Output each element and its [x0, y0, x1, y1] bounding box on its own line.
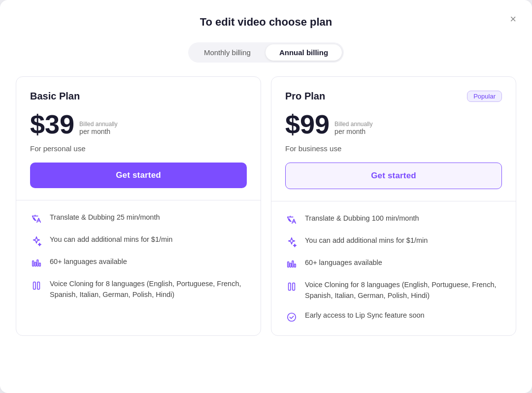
plans-container: Basic Plan $39 Billed annually per month… — [12, 76, 520, 336]
svg-rect-3 — [39, 263, 41, 266]
svg-point-12 — [288, 313, 296, 321]
pro-price-row: $99 Billed annually per month — [285, 111, 502, 137]
check-circle-icon — [285, 311, 298, 324]
close-button[interactable]: × — [508, 12, 518, 27]
annual-billing-tab[interactable]: Annual billing — [266, 44, 342, 61]
pro-plan-card: Pro Plan Popular $99 Billed annually per… — [271, 76, 516, 336]
pro-feature-sparkle-text: You can add additional mins for $1/min — [305, 235, 428, 246]
pro-plan-name: Pro Plan — [285, 91, 325, 102]
basic-feature-voice-clone-text: Voice Cloning for 8 languages (English, … — [50, 279, 247, 300]
basic-plan-features: Translate & Dubbing 25 min/month You can… — [16, 200, 261, 312]
svg-rect-7 — [290, 263, 291, 267]
basic-feature-languages-text: 60+ languages available — [50, 257, 127, 267]
pro-translate-icon — [285, 214, 298, 227]
billing-toggle-inner: Monthly billing Annual billing — [188, 42, 344, 63]
pro-feature-voice-clone-text: Voice Cloning for 8 languages (English, … — [305, 280, 502, 301]
basic-billed-label: Billed annually — [79, 121, 117, 128]
basic-feature-translate-text: Translate & Dubbing 25 min/month — [50, 212, 160, 223]
pro-feature-sparkle: You can add additional mins for $1/min — [285, 235, 502, 249]
svg-rect-8 — [292, 261, 294, 267]
popular-badge: Popular — [467, 91, 502, 102]
voice-clone-icon — [30, 279, 43, 292]
pro-price: $99 — [285, 111, 330, 137]
basic-price: $39 — [30, 111, 74, 137]
basic-plan-name: Basic Plan — [30, 91, 80, 102]
svg-rect-1 — [34, 262, 36, 266]
svg-rect-4 — [33, 282, 36, 290]
basic-plan-name-row: Basic Plan — [30, 91, 247, 102]
translate-icon — [30, 213, 43, 226]
svg-rect-9 — [295, 264, 296, 267]
modal-title: To edit video choose plan — [200, 16, 332, 28]
basic-per-month: per month — [79, 128, 117, 135]
svg-rect-6 — [288, 262, 289, 267]
pro-voice-clone-icon — [285, 280, 298, 293]
pro-sparkle-icon — [285, 236, 298, 249]
pro-plan-name-row: Pro Plan Popular — [285, 91, 502, 102]
languages-icon — [30, 257, 43, 270]
pro-feature-languages: 60+ languages available — [285, 258, 502, 271]
basic-feature-voice-clone: Voice Cloning for 8 languages (English, … — [30, 279, 247, 300]
basic-feature-sparkle-text: You can add additional mins for $1/min — [50, 234, 172, 245]
basic-price-meta: Billed annually per month — [79, 121, 117, 137]
pro-feature-lip-sync: Early access to Lip Sync feature soon — [285, 310, 502, 324]
svg-rect-10 — [289, 283, 291, 291]
svg-rect-11 — [293, 283, 295, 291]
svg-rect-0 — [33, 261, 34, 266]
billing-toggle: Monthly billing Annual billing — [12, 42, 520, 63]
pro-plan-features: Translate & Dubbing 100 min/month You ca… — [271, 201, 516, 335]
pro-billed-label: Billed annually — [334, 121, 372, 128]
svg-rect-2 — [37, 260, 38, 266]
pro-price-meta: Billed annually per month — [334, 121, 372, 137]
basic-plan-desc: For personal use — [30, 144, 247, 153]
pro-plan-desc: For business use — [285, 144, 502, 153]
pro-feature-translate: Translate & Dubbing 100 min/month — [285, 213, 502, 227]
basic-get-started-button[interactable]: Get started — [30, 163, 247, 188]
pricing-modal: To edit video choose plan × Monthly bill… — [0, 0, 532, 393]
basic-plan-card: Basic Plan $39 Billed annually per month… — [16, 76, 261, 336]
basic-plan-top: Basic Plan $39 Billed annually per month… — [16, 77, 261, 200]
monthly-billing-tab[interactable]: Monthly billing — [190, 44, 265, 61]
basic-price-row: $39 Billed annually per month — [30, 111, 247, 137]
pro-feature-translate-text: Translate & Dubbing 100 min/month — [305, 213, 419, 224]
modal-header: To edit video choose plan — [12, 16, 520, 29]
svg-rect-5 — [37, 282, 40, 290]
pro-feature-languages-text: 60+ languages available — [305, 258, 382, 268]
pro-per-month: per month — [334, 128, 372, 135]
sparkle-icon — [30, 235, 43, 248]
basic-feature-translate: Translate & Dubbing 25 min/month — [30, 212, 247, 226]
pro-feature-voice-clone: Voice Cloning for 8 languages (English, … — [285, 280, 502, 301]
basic-feature-sparkle: You can add additional mins for $1/min — [30, 234, 247, 248]
basic-feature-languages: 60+ languages available — [30, 257, 247, 270]
pro-plan-top: Pro Plan Popular $99 Billed annually per… — [271, 77, 516, 201]
pro-get-started-button[interactable]: Get started — [285, 163, 502, 189]
pro-feature-lip-sync-text: Early access to Lip Sync feature soon — [305, 310, 425, 321]
pro-languages-icon — [285, 258, 298, 271]
